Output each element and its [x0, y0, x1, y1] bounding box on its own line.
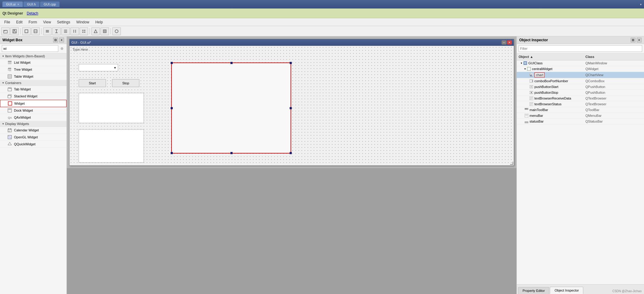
combo-box-widget[interactable]: ▾ — [79, 64, 118, 71]
pbstop-class: QPushButton — [584, 90, 644, 95]
inspector-float-btn[interactable]: ⊡ — [631, 38, 635, 42]
qaxwidget-label: QAxWidget — [14, 116, 31, 119]
toolbar-sep3 — [90, 28, 90, 34]
toolbar-btn5[interactable] — [43, 27, 52, 35]
stacked-widget-label: Stacked Widget — [14, 94, 37, 98]
menu-window[interactable]: Window — [73, 19, 92, 25]
toolbar-btn6[interactable] — [52, 27, 61, 35]
list-item-stacked-widget[interactable]: Stacked Widget — [0, 93, 66, 100]
maintoolbar-class: QToolBar — [584, 107, 644, 112]
central-widget-icon — [527, 67, 531, 71]
list-item-list-widget[interactable]: List Widget — [0, 59, 66, 66]
list-item-qaxwidget[interactable]: QA QAxWidget — [0, 114, 66, 121]
qax-widget-icon: QA — [7, 115, 12, 120]
widget-search-clear[interactable]: ⊗ — [59, 46, 65, 51]
window-minimize-btn[interactable]: ─ — [502, 40, 506, 45]
window-close-btn[interactable]: ✕ — [507, 40, 512, 45]
tree-row-guiclass[interactable]: ▾ GUIClass QMainWindow — [517, 60, 644, 66]
tab-gui-h[interactable]: GUI.h — [23, 2, 39, 7]
toolbar-btn9[interactable] — [80, 27, 88, 35]
title-dropdown[interactable]: ▾ — [640, 3, 642, 6]
svg-rect-20 — [82, 32, 83, 33]
tree-row-pbstart[interactable]: pushButtonStart QPushButton — [517, 84, 644, 90]
tab-property-editor[interactable]: Property Editor — [518, 287, 549, 294]
svg-marker-22 — [94, 30, 97, 33]
list-item-tree-widget[interactable]: Tree Widget — [0, 66, 66, 73]
category-item-widgets[interactable]: ▾ Item Widgets (Item-Based) — [0, 53, 66, 59]
toolbar-btn11[interactable] — [101, 27, 109, 35]
tree-row-pbstop[interactable]: pushButtonStop QPushButton — [517, 90, 644, 96]
toolbar-btn3[interactable] — [22, 27, 31, 35]
start-button[interactable]: Start — [79, 79, 106, 87]
tab-object-inspector[interactable]: Object Inspector — [550, 287, 583, 294]
close-icon[interactable]: × — [17, 3, 19, 6]
toolbar-save[interactable] — [10, 27, 19, 35]
category-containers[interactable]: ▾ Containers — [0, 80, 66, 86]
tree-row-combo[interactable]: comboBoxPortNumber QComboBox — [517, 78, 644, 84]
widget-box-float-btn[interactable]: ⊡ — [53, 38, 58, 42]
tab-gui-ui[interactable]: GUI.ui × — [2, 2, 23, 7]
inspector-header-btns: ⊡ × — [631, 38, 642, 42]
menu-edit[interactable]: Edit — [13, 19, 26, 25]
handle-bl[interactable] — [171, 152, 173, 154]
widget-box-header: Widget Box ⊡ × — [0, 36, 66, 44]
col-object-header[interactable]: Object ▲ — [517, 54, 584, 59]
list-item-table-widget[interactable]: Table Widget — [0, 73, 66, 80]
handle-bc[interactable] — [230, 152, 233, 154]
inspector-close-btn[interactable]: × — [637, 38, 642, 42]
tree-row-statusbar[interactable]: statusBar QStatusBar — [517, 119, 644, 124]
widget-search-input[interactable] — [2, 45, 58, 52]
toolbar-btn4[interactable] — [31, 27, 40, 35]
toolbar-open[interactable] — [1, 27, 10, 35]
central-expand[interactable]: ▾ — [524, 67, 526, 70]
chart-widget[interactable] — [171, 63, 291, 154]
tree-row-tbrecv[interactable]: textBrowserReceiveData QTextBrowser — [517, 96, 644, 101]
tree-row-central-widget[interactable]: ▾ centralWidget QWidget — [517, 66, 644, 72]
menu-file[interactable]: File — [1, 19, 13, 25]
list-item-tab-widget[interactable]: Tab Widget — [0, 86, 66, 93]
toolbar-btn8[interactable] — [70, 27, 79, 35]
text-browser-receive[interactable] — [79, 93, 144, 123]
text-browser-status[interactable] — [79, 129, 144, 163]
list-item-dock-widget[interactable]: Dock Widget — [0, 107, 66, 114]
handle-ml[interactable] — [171, 107, 173, 109]
combo-class: QComboBox — [584, 79, 644, 83]
handle-mr[interactable] — [290, 107, 292, 109]
statusbar-name: statusBar — [530, 120, 543, 123]
list-item-opengl-widget[interactable]: OpenGL Widget — [0, 134, 66, 141]
tree-row-tbstatus[interactable]: textBrowserStatus QTextBrowser — [517, 101, 644, 107]
toolbar-btn12[interactable] — [112, 27, 121, 35]
widget-box-close-btn[interactable]: × — [59, 38, 64, 42]
list-item-calendar-widget[interactable]: 12 Calendar Widget — [0, 127, 66, 134]
menu-settings[interactable]: Settings — [54, 19, 73, 25]
list-item-widget[interactable]: Widget — [0, 100, 66, 107]
category-display-widgets[interactable]: ▾ Display Widgets — [0, 121, 66, 127]
tree-row-menubar[interactable]: menuBar QMenuBar — [517, 113, 644, 119]
guiclass-class: QMainWindow — [584, 61, 644, 66]
resize-handle[interactable] — [510, 162, 513, 165]
handle-tl[interactable] — [171, 62, 173, 64]
svg-rect-43 — [8, 102, 12, 105]
list-item-qquickwidget[interactable]: QQuickWidget — [0, 141, 66, 148]
tree-row-maintoolbar[interactable]: mainToolBar QToolBar — [517, 107, 644, 113]
tree-row-chart[interactable]: chart QChartView — [517, 72, 644, 78]
menu-form[interactable]: Form — [26, 19, 40, 25]
filter-input[interactable] — [519, 45, 642, 52]
guiclass-name: GUIClass — [528, 61, 543, 65]
menu-help[interactable]: Help — [92, 19, 106, 25]
category-arrow: ▾ — [2, 55, 4, 58]
toolbar-btn10[interactable] — [91, 27, 100, 35]
handle-tr[interactable] — [290, 62, 292, 64]
tree-widget-label: Tree Widget — [14, 68, 32, 71]
detach-link[interactable]: Detach — [27, 11, 38, 15]
design-window-title: GUI - GUI.ui* — [71, 41, 91, 44]
tab-gui-cpp[interactable]: GUI.cpp — [40, 2, 60, 7]
toolbar-btn7[interactable] — [61, 27, 70, 35]
handle-br[interactable] — [290, 152, 292, 154]
guiclass-expand[interactable]: ▾ — [521, 62, 522, 65]
menu-view[interactable]: View — [40, 19, 54, 25]
tbrecv-icon — [529, 96, 533, 100]
stop-button[interactable]: Stop — [112, 79, 139, 87]
col-class-header[interactable]: Class — [584, 54, 644, 59]
handle-tc[interactable] — [230, 62, 233, 64]
